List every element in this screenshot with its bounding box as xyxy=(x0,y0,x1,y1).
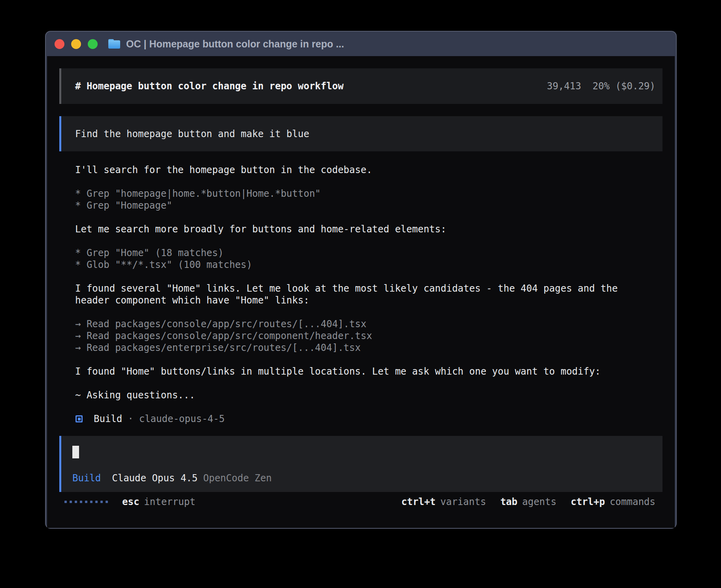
input-agent-label[interactable]: Build xyxy=(72,472,101,484)
keybind-agents: tab agents xyxy=(500,496,557,508)
keybind-commands: ctrl+p commands xyxy=(571,496,655,508)
tool-call-read: → Read packages/console/app/src/routes/[… xyxy=(75,318,630,330)
user-message: Find the homepage button and make it blu… xyxy=(59,116,662,151)
tool-call-glob: * Glob "**/*.tsx" (100 matches) xyxy=(75,259,630,271)
session-stats: 39,413 20% ($0.29) xyxy=(547,80,655,92)
tool-call-grep: * Grep "homepage|home.*button|Home.*butt… xyxy=(75,188,630,200)
assistant-text: I found several "Home" links. Let me loo… xyxy=(75,283,630,306)
keybind-key: esc xyxy=(122,496,139,508)
tool-call-grep: * Grep "Home" (18 matches) xyxy=(75,247,630,259)
keybind-variants: ctrl+t variants xyxy=(401,496,486,508)
tool-call-read: → Read packages/enterprise/src/routes/[.… xyxy=(75,342,630,354)
assistant-text: I found "Home" buttons/links in multiple… xyxy=(75,366,630,377)
agent-chip-separator: · xyxy=(128,413,133,425)
tool-call-grep: * Grep "Homepage" xyxy=(75,200,630,211)
spinner-dot xyxy=(80,501,82,503)
spinner-dot xyxy=(70,501,72,503)
session-title: # Homepage button color change in repo w… xyxy=(75,80,344,92)
activity-spinner xyxy=(64,501,108,503)
input-model-line: Build Claude Opus 4.5 OpenCode Zen xyxy=(72,472,655,484)
spinner-dot xyxy=(95,501,98,503)
window-title: OC | Homepage button color change in rep… xyxy=(126,38,344,50)
input-provider-label: OpenCode Zen xyxy=(203,472,272,484)
minimize-button[interactable] xyxy=(71,39,81,49)
keybind-label: agents xyxy=(522,496,557,508)
traffic-lights xyxy=(55,39,98,49)
keybind-label: variants xyxy=(440,496,486,508)
keybind-key: tab xyxy=(500,496,517,508)
keybind-label: commands xyxy=(610,496,655,508)
spinner-dot xyxy=(85,501,87,503)
status-asking-questions: ~ Asking questions... xyxy=(75,389,630,401)
agent-chip-model: claude-opus-4-5 xyxy=(139,413,225,425)
close-button[interactable] xyxy=(55,39,64,49)
spinner-dot xyxy=(100,501,103,503)
spinner-dot xyxy=(90,501,92,503)
terminal-window: OC | Homepage button color change in rep… xyxy=(45,31,677,529)
session-header: # Homepage button color change in repo w… xyxy=(59,68,662,104)
keybind-key: ctrl+t xyxy=(401,496,436,508)
zoom-button[interactable] xyxy=(88,39,98,49)
keybind-interrupt: esc interrupt xyxy=(122,496,195,508)
keybind-hints: ctrl+t variants tab agents ctrl+p comman… xyxy=(401,496,655,508)
agent-build-icon xyxy=(75,415,83,422)
agent-chip: Build · claude-opus-4-5 xyxy=(75,413,630,425)
input-model-label[interactable]: Claude Opus 4.5 xyxy=(112,472,198,484)
assistant-text: Let me search more broadly for buttons a… xyxy=(75,223,630,235)
spinner-dot xyxy=(64,501,67,503)
folder-icon xyxy=(108,39,120,49)
conversation: I'll search for the homepage button in t… xyxy=(75,164,630,425)
window-titlebar[interactable]: OC | Homepage button color change in rep… xyxy=(46,32,676,56)
terminal-content: # Homepage button color change in repo w… xyxy=(47,56,675,528)
keybind-key: ctrl+p xyxy=(571,496,605,508)
assistant-text: I'll search for the homepage button in t… xyxy=(75,164,630,176)
tool-call-read: → Read packages/console/app/src/componen… xyxy=(75,330,630,342)
text-cursor xyxy=(72,446,79,458)
agent-chip-label: Build xyxy=(94,413,122,425)
spinner-dot xyxy=(106,501,108,503)
user-message-text: Find the homepage button and make it blu… xyxy=(75,128,309,140)
prompt-input[interactable]: Build Claude Opus 4.5 OpenCode Zen xyxy=(59,436,662,492)
spinner-dot xyxy=(75,501,77,503)
keybind-label: interrupt xyxy=(144,496,195,508)
status-bar: esc interrupt ctrl+t variants tab agents… xyxy=(59,496,662,508)
